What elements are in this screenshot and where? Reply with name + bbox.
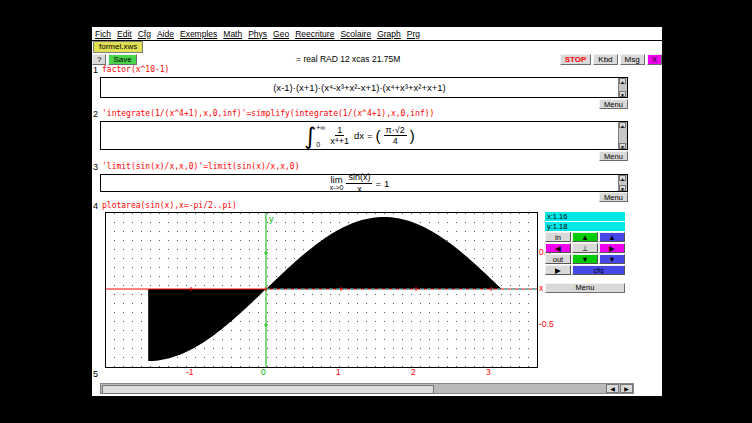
lim-symbol: lim [330, 175, 342, 185]
result-fraction: π·√2 4 [384, 125, 407, 147]
output-scrollbar-2[interactable]: ▲ ▼ [618, 122, 627, 149]
x-tick-label: 1 [336, 367, 341, 377]
menu-button-3[interactable]: Menu [599, 192, 628, 202]
level-number-4[interactable]: 4 [93, 201, 101, 211]
menu-geo[interactable]: Geo [270, 29, 292, 39]
level-number-5[interactable]: 5 [93, 369, 101, 379]
menu-button-1[interactable]: Menu [599, 99, 628, 109]
menu-graph[interactable]: Graph [374, 29, 404, 39]
screen: FichEditCfgAideExemplesMathPhysGeoReecri… [0, 0, 752, 423]
equals-sign: = [367, 130, 373, 141]
menu-aide[interactable]: Aide [154, 29, 177, 39]
equals-sign: = [375, 178, 381, 189]
menu-cfg[interactable]: Cfg [135, 29, 154, 39]
x-tick-label: 2 [411, 367, 416, 377]
output-area-1: (x-1)·(x+1)·(x⁴-x³+x²-x+1)·(x⁴+x³+x²+x+1… [100, 77, 628, 98]
close-button[interactable]: X [647, 54, 662, 65]
limit-result: 1 [384, 178, 389, 189]
y-tick-label: -0.5 [539, 319, 554, 329]
command-input-3[interactable]: 'limit(sin(x)/x,x,0)'=limit(sin(x)/x,x,0… [102, 162, 299, 171]
dx-symbol: dx [354, 130, 364, 141]
menu-button-2[interactable]: Menu [599, 151, 628, 161]
factor-result: (x-1)·(x+1)·(x⁴-x³+x²-x+1)·(x⁴+x³+x²+x+1… [273, 82, 446, 93]
left-paren: ( [376, 127, 381, 144]
cursor-y-readout: y:1.18 [545, 222, 625, 231]
right-paren: ) [410, 127, 415, 144]
scroll-down-icon[interactable]: ▼ [619, 185, 626, 191]
scroll-down-icon[interactable]: ▼ [619, 143, 626, 149]
output-area-2: ∫ +∞ 0 1 x⁴+1 dx = ( π·√2 4 [100, 121, 628, 150]
kbd-button[interactable]: Kbd [593, 54, 617, 65]
menu-math[interactable]: Math [220, 29, 245, 39]
status-text: = real RAD 12 xcas 21.75M [139, 54, 558, 64]
help-button[interactable]: ? [92, 54, 106, 65]
integral-formula: ∫ +∞ 0 1 x⁴+1 dx = ( π·√2 4 [304, 122, 414, 149]
scroll-up-icon[interactable]: ▲ [619, 122, 626, 128]
rotate-up-button[interactable]: ▲ [599, 232, 625, 242]
save-button[interactable]: Save [108, 54, 136, 65]
cursor-x-readout: x:1.16 [545, 212, 625, 221]
scroll-up-icon[interactable]: ▲ [619, 175, 626, 181]
pan-up-button[interactable]: ▲ [572, 232, 598, 242]
x-axis-label: x [539, 283, 543, 293]
scroll-up-icon[interactable]: ▲ [619, 78, 626, 84]
pan-right-button[interactable]: ▶ [599, 243, 625, 253]
x-tick-label: -1 [186, 367, 194, 377]
level-number-1[interactable]: 1 [93, 65, 101, 75]
origin-label: 0 [261, 367, 266, 377]
menu-edit[interactable]: Edit [114, 29, 135, 39]
menu-exemples[interactable]: Exemples [177, 29, 220, 39]
scroll-down-icon[interactable]: ▼ [619, 91, 626, 97]
command-input-4[interactable]: plotarea(sin(x),x=-pi/2..pi) [102, 201, 237, 210]
y-axis-label: y [269, 214, 274, 224]
config-button[interactable]: cfg [572, 265, 625, 275]
scroll-left-icon[interactable]: ◀ [606, 384, 619, 393]
limit-formula: lim x->0 sin(x) x = 1 [330, 175, 390, 191]
limit-fraction: sin(x) x [346, 172, 372, 194]
play-button[interactable]: ▶ [545, 265, 571, 275]
stop-button[interactable]: STOP [560, 54, 592, 65]
graph-menu-button[interactable]: Menu [545, 283, 625, 293]
level-number-3[interactable]: 3 [93, 162, 101, 172]
integral-lower-bound: 0 [316, 141, 325, 148]
rotate-down-button[interactable]: ▼ [599, 254, 625, 264]
graph-control-panel: x:1.16 y:1.18 in▲▲◀⊥▶out▼▼▶cfg Menu [545, 212, 625, 294]
plot-canvas[interactable]: y [106, 213, 537, 367]
output-scrollbar-3[interactable]: ▲ ▼ [618, 175, 627, 191]
x-tick-labels: -10123 [105, 367, 536, 377]
pan-left-button[interactable]: ◀ [545, 243, 571, 253]
zoom-in-button[interactable]: in [545, 232, 571, 242]
tab-formel-xws[interactable]: formel.xws [93, 41, 143, 53]
pan-down-button[interactable]: ▼ [572, 254, 598, 264]
ortho-button[interactable]: ⊥ [572, 243, 598, 253]
menu-phys[interactable]: Phys [245, 29, 270, 39]
menu-reecriture[interactable]: Reecriture [292, 29, 337, 39]
command-input-1[interactable]: factor(x^10-1) [102, 65, 169, 74]
integral-upper-bound: +∞ [316, 124, 325, 131]
scrollbar-thumb[interactable] [102, 385, 434, 394]
tab-row: formel.xws [92, 41, 662, 53]
plot-area[interactable]: y [105, 212, 538, 368]
output-area-3: lim x->0 sin(x) x = 1 ▲ ▼ [100, 174, 628, 192]
integral-icon: ∫ [304, 124, 316, 148]
command-input-2[interactable]: 'integrate(1/(x^4+1),x,0,inf)'=simplify(… [102, 109, 434, 118]
output-scrollbar-1[interactable]: ▲ ▼ [618, 78, 627, 97]
lim-subscript: x->0 [330, 184, 344, 191]
msg-button[interactable]: Msg [620, 54, 645, 65]
menu-scolaire[interactable]: Scolaire [337, 29, 374, 39]
toolbar: ? Save = real RAD 12 xcas 21.75M STOP Kb… [92, 53, 662, 65]
xcas-window: FichEditCfgAideExemplesMathPhysGeoReecri… [92, 27, 662, 396]
level-number-2[interactable]: 2 [93, 109, 101, 119]
menu-bar: FichEditCfgAideExemplesMathPhysGeoReecri… [92, 27, 662, 41]
menu-prg[interactable]: Prg [404, 29, 423, 39]
zoom-out-button[interactable]: out [545, 254, 571, 264]
horizontal-scrollbar[interactable]: ◀ ▶ [100, 383, 634, 394]
scroll-right-icon[interactable]: ▶ [620, 384, 633, 393]
integrand-fraction: 1 x⁴+1 [328, 125, 351, 147]
menu-fich[interactable]: Fich [92, 29, 114, 39]
x-tick-label: 3 [486, 367, 491, 377]
